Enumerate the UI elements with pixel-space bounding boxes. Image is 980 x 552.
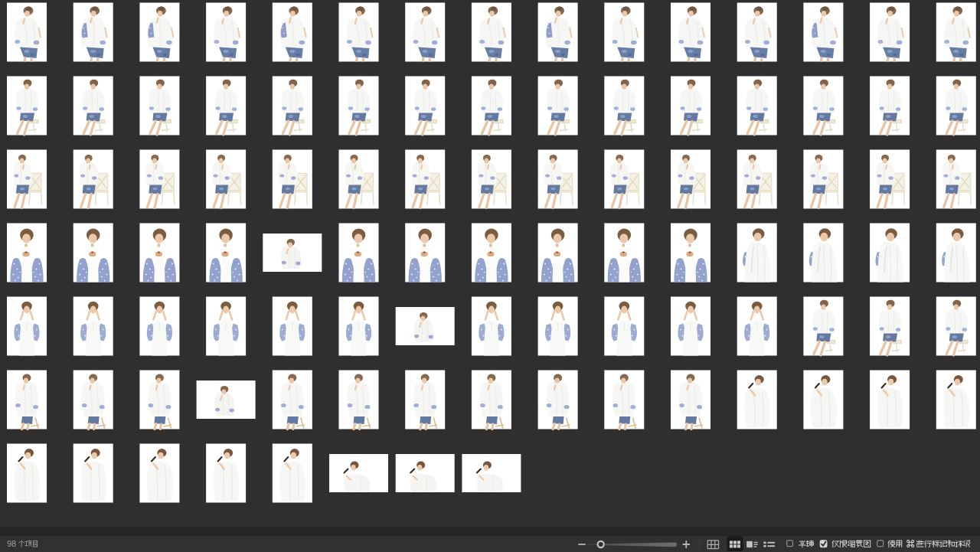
svg-text:98: 98 <box>7 539 16 548</box>
